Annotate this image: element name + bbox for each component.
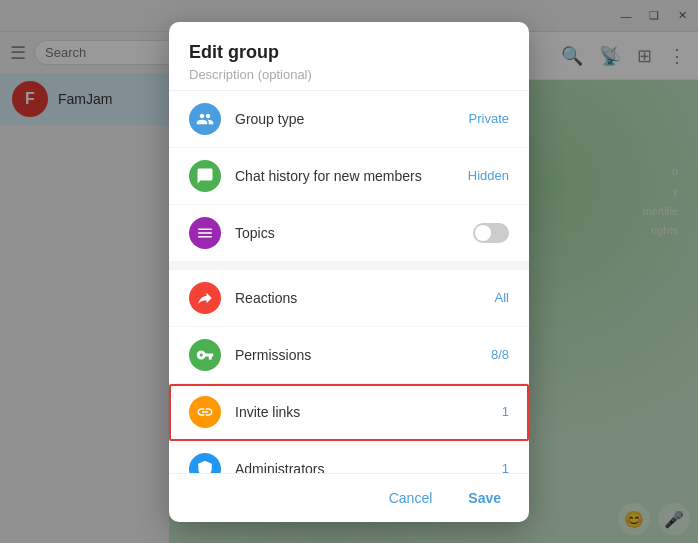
modal-description-placeholder: Description (optional): [189, 67, 509, 82]
group-type-value: Private: [469, 111, 509, 126]
chat-history-icon: [189, 160, 221, 192]
reactions-row[interactable]: Reactions All: [169, 270, 529, 327]
section-divider: [169, 262, 529, 270]
administrators-icon: [189, 453, 221, 473]
permissions-icon: [189, 339, 221, 371]
group-type-row[interactable]: Group type Private: [169, 91, 529, 148]
modal-footer: Cancel Save: [169, 473, 529, 522]
invite-links-value: 1: [502, 404, 509, 419]
section-1: Group type Private Chat history for new …: [169, 91, 529, 262]
modal-header: Edit group Description (optional): [169, 22, 529, 91]
reactions-label: Reactions: [235, 290, 495, 306]
invite-links-row[interactable]: Invite links 1: [169, 384, 529, 441]
permissions-label: Permissions: [235, 347, 491, 363]
reactions-icon: [189, 282, 221, 314]
reactions-value: All: [495, 290, 509, 305]
modal-body[interactable]: Group type Private Chat history for new …: [169, 91, 529, 473]
cancel-button[interactable]: Cancel: [381, 486, 441, 510]
administrators-label: Administrators: [235, 461, 502, 473]
chat-history-value: Hidden: [468, 168, 509, 183]
topics-label: Topics: [235, 225, 473, 241]
chat-history-row[interactable]: Chat history for new members Hidden: [169, 148, 529, 205]
invite-links-icon: [189, 396, 221, 428]
modal-title: Edit group: [189, 42, 509, 63]
administrators-value: 1: [502, 461, 509, 473]
invite-links-label: Invite links: [235, 404, 502, 420]
edit-group-modal: Edit group Description (optional) Group …: [169, 22, 529, 522]
modal-overlay: Edit group Description (optional) Group …: [0, 0, 698, 543]
save-button[interactable]: Save: [460, 486, 509, 510]
topics-icon: [189, 217, 221, 249]
topics-row[interactable]: Topics: [169, 205, 529, 262]
permissions-value: 8/8: [491, 347, 509, 362]
group-type-icon: [189, 103, 221, 135]
group-type-label: Group type: [235, 111, 469, 127]
topics-toggle[interactable]: [473, 223, 509, 243]
permissions-row[interactable]: Permissions 8/8: [169, 327, 529, 384]
section-2: Reactions All Permissions 8/8: [169, 270, 529, 473]
administrators-row[interactable]: Administrators 1: [169, 441, 529, 473]
chat-history-label: Chat history for new members: [235, 168, 468, 184]
